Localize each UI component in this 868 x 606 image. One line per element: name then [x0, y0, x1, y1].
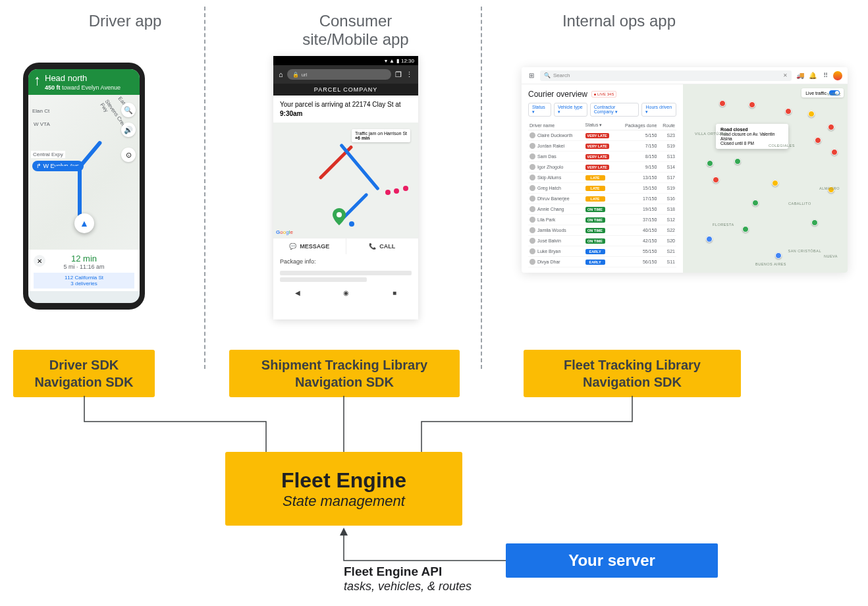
- consumer-sdk-box: Shipment Tracking Library Navigation SDK: [229, 350, 460, 397]
- driver-dot: [349, 221, 354, 227]
- ops-search-input: 🔍Search✕: [540, 70, 792, 81]
- map-stop-dot: [385, 190, 391, 195]
- column-header-consumer: Consumer site/Mobile app: [263, 12, 448, 49]
- placeholder-line: [280, 277, 367, 282]
- parcel-map: Traffic jam on Harrison St +6 min Google: [273, 123, 418, 238]
- map-street-label: Central Expy: [31, 151, 65, 158]
- driver-map: Elan Ct W VTA Stevens Creek Fwy Easy St …: [28, 95, 140, 250]
- trip-eta-sub: 5 mi · 11:16 am: [34, 263, 134, 270]
- home-icon: ◉: [343, 289, 349, 296]
- fleet-engine-subtitle: State management: [225, 493, 462, 510]
- call-button: 📞CALL: [346, 238, 419, 254]
- arrival-info: Your parcel is arriving at 22174 Clay St…: [273, 96, 418, 123]
- search-icon: 🔍: [121, 103, 136, 117]
- nav-toward: toward Evelyn Avenue: [62, 84, 121, 91]
- lock-icon: 🔒: [292, 72, 299, 78]
- table-row: Greg HatchLATE15/150S19: [528, 183, 676, 194]
- table-column-header: Driver name: [528, 121, 584, 130]
- placeholder-line: [280, 271, 412, 275]
- browser-url-bar: ⌂ 🔒url ❐ ⋮: [273, 65, 418, 84]
- url-text: url: [302, 72, 308, 78]
- table-column-header: Route: [658, 121, 676, 130]
- courier-table: Driver nameStatus ▾Packages doneRoute Cl…: [528, 121, 676, 267]
- table-column-header: Packages done: [616, 121, 659, 130]
- map-stop-dot: [394, 188, 399, 194]
- table-row: Sam DasVERY LATE8/150S13: [528, 152, 676, 162]
- table-row: Annie ChangON TIME19/150S18: [528, 204, 676, 215]
- search-icon: 🔍: [544, 72, 551, 78]
- android-nav-bar: ◀ ◉ ■: [273, 284, 418, 302]
- volume-icon: 🔊: [121, 123, 136, 137]
- table-row: Divya DharEARLY56/150S11: [528, 257, 676, 267]
- filter-chip: Hours driven ▾: [641, 103, 676, 117]
- driver-phone-mock: ↑ Head north 450 ft toward Evelyn Avenue…: [23, 63, 145, 310]
- nav-direction-banner: ↑ Head north 450 ft toward Evelyn Avenue: [28, 69, 140, 95]
- phone-icon: 📞: [369, 243, 376, 250]
- grid-icon: ⊞: [527, 71, 536, 80]
- table-row: Dhruv BanerjeeLATE17/150S16: [528, 194, 676, 204]
- table-row: Lila ParkON TIME37/150S12: [528, 215, 676, 225]
- destination-pin-icon: [333, 208, 346, 227]
- table-column-header: Status ▾: [584, 121, 616, 130]
- live-badge: LIVE 34S: [591, 91, 616, 97]
- column-header-driver: Driver app: [33, 12, 217, 30]
- table-row: José BalvinON TIME42/150S20: [528, 236, 676, 246]
- google-attribution: Google: [276, 229, 293, 235]
- fleet-engine-box: Fleet Engine State management: [225, 452, 462, 526]
- driver-sdk-box: Driver SDK Navigation SDK: [13, 350, 155, 397]
- nav-distance: 450 ft: [45, 84, 61, 91]
- ops-sdk-box: Fleet Tracking Library Navigation SDK: [524, 350, 741, 397]
- fleet-engine-api-label: Fleet Engine API: [344, 565, 442, 579]
- phone-status-bar: ▾▲▮12:30: [273, 56, 418, 65]
- table-row: Jamila WoodsON TIME40/150S22: [528, 225, 676, 236]
- location-cursor-icon: ▲: [74, 213, 94, 233]
- ops-map: Live traffic Road closed Road closure on…: [683, 84, 848, 273]
- map-street-label: W VTA: [34, 121, 50, 127]
- tabs-icon: ❐: [395, 70, 402, 79]
- table-row: Claire DuckworthVERY LATE5/150S23: [528, 130, 676, 141]
- filter-chip: Status ▾: [528, 103, 551, 117]
- map-street-label: Elan Ct: [32, 108, 49, 114]
- ops-topbar: ⊞ 🔍Search✕ 🚚 🔔 ⠿: [522, 67, 848, 84]
- trip-deliveries: 3 deliveries: [34, 281, 134, 287]
- recent-icon: ■: [393, 289, 396, 296]
- compass-icon: ⊙: [121, 148, 136, 162]
- ops-title: Courier overview: [528, 90, 587, 99]
- ops-dashboard-mock: ⊞ 🔍Search✕ 🚚 🔔 ⠿ Courier overview LIVE 3…: [522, 67, 848, 273]
- home-icon: ⌂: [279, 70, 283, 78]
- column-separator: [481, 7, 482, 369]
- fleet-engine-title: Fleet Engine: [225, 468, 462, 493]
- message-icon: 💬: [289, 243, 296, 250]
- close-icon: ✕: [34, 255, 45, 267]
- table-row: Skip AllumsLATE13/150S17: [528, 173, 676, 183]
- parcel-company-header: PARCEL COMPANY: [273, 84, 418, 96]
- bell-icon: 🔔: [808, 71, 817, 80]
- trip-info-card: ✕ 12 min 5 mi · 11:16 am 112 California …: [28, 250, 140, 291]
- traffic-alert: Traffic jam on Harrison St +6 min: [352, 129, 410, 142]
- close-icon: ✕: [783, 72, 788, 78]
- trip-address: 112 California St: [34, 275, 134, 281]
- avatar: [833, 71, 842, 80]
- table-row: Luke BryanEARLY55/150S21: [528, 246, 676, 257]
- nav-direction: Head north: [45, 73, 121, 83]
- map-stop-dot: [403, 186, 408, 191]
- message-button: 💬MESSAGE: [273, 238, 346, 254]
- up-arrow-icon: ↑: [34, 73, 41, 88]
- table-row: Jordan RakeiVERY LATE7/150S19: [528, 141, 676, 152]
- column-header-ops: Internal ops app: [527, 12, 711, 30]
- svg-point-0: [337, 212, 342, 217]
- your-server-box: Your server: [506, 543, 718, 578]
- filter-chip: Vehicle type ▾: [554, 103, 587, 117]
- fleet-engine-api-sub: tasks, vehicles, & routes: [344, 580, 472, 593]
- package-info-label: Package info:: [273, 254, 418, 269]
- column-separator: [204, 7, 205, 369]
- table-row: Igor ZhogoloVERY LATE9/150S14: [528, 162, 676, 173]
- filter-chip: Contractor Company ▾: [590, 103, 639, 117]
- back-icon: ◀: [295, 289, 300, 296]
- more-icon: ⋮: [406, 70, 413, 79]
- apps-icon: ⠿: [821, 71, 830, 80]
- trip-eta: 12 min: [34, 254, 134, 263]
- truck-icon: 🚚: [796, 71, 805, 80]
- consumer-app-mock: ▾▲▮12:30 ⌂ 🔒url ❐ ⋮ PARCEL COMPANY Your …: [273, 56, 418, 319]
